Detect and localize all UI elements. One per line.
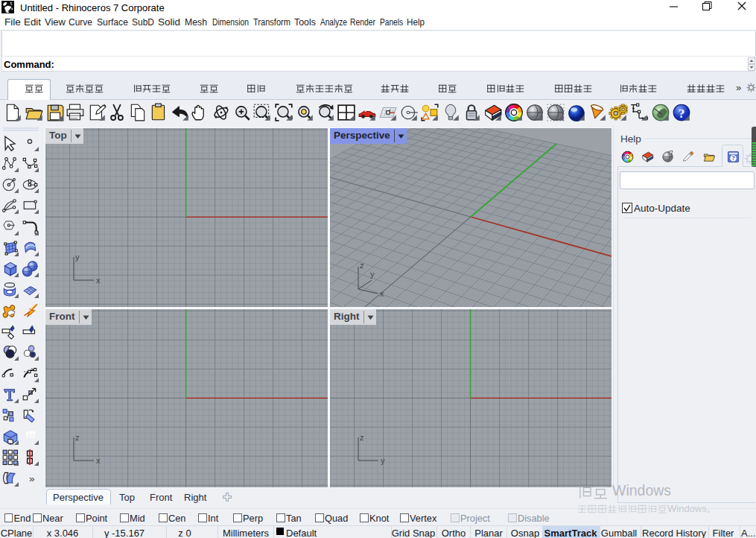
svg-text:?: ? <box>679 107 685 121</box>
svg-text:z: z <box>360 433 364 442</box>
svg-text:z: z <box>360 261 364 270</box>
svg-text:x: x <box>96 456 101 465</box>
svg-text:z: z <box>75 433 80 442</box>
svg-text:x: x <box>380 289 384 298</box>
svg-text:y: y <box>75 253 80 262</box>
svg-text:y: y <box>370 270 375 279</box>
svg-text:x: x <box>96 276 101 285</box>
svg-text:y: y <box>381 456 385 465</box>
